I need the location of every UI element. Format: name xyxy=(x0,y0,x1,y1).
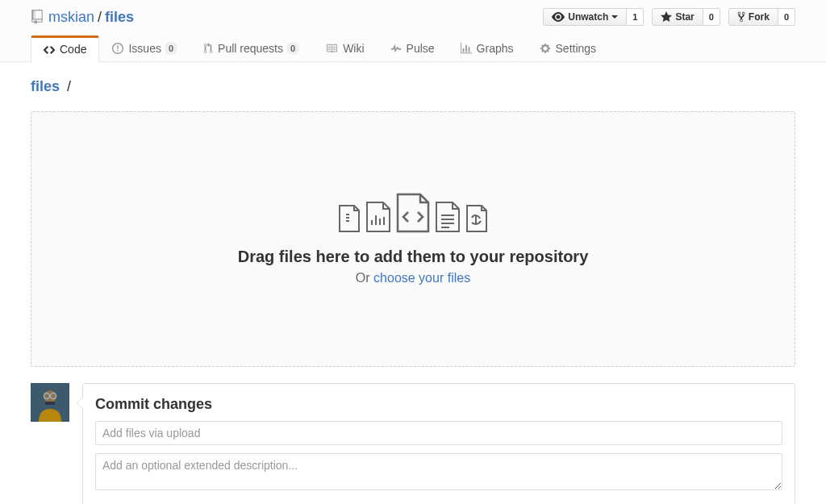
gear-icon xyxy=(540,43,551,54)
file-code-icon xyxy=(396,193,430,233)
commit-summary-input[interactable] xyxy=(95,421,782,445)
fork-button[interactable]: Fork xyxy=(728,8,778,26)
caret-icon xyxy=(611,15,618,19)
tab-issues[interactable]: Issues 0 xyxy=(99,35,190,61)
repo-sep: / xyxy=(98,9,102,26)
breadcrumb-root-link[interactable]: files xyxy=(31,78,60,94)
commit-form: Commit changes xyxy=(82,383,795,504)
repo-title: mskian / files xyxy=(31,9,134,26)
star-icon xyxy=(661,11,672,23)
watchers-count[interactable]: 1 xyxy=(627,8,644,26)
repo-name-link[interactable]: files xyxy=(105,9,134,26)
file-text-icon xyxy=(435,201,461,233)
file-pdf-icon xyxy=(465,204,488,233)
commit-heading: Commit changes xyxy=(95,396,782,413)
star-button[interactable]: Star xyxy=(652,8,703,26)
user-avatar[interactable] xyxy=(31,383,69,422)
issue-icon xyxy=(112,43,123,54)
tab-settings[interactable]: Settings xyxy=(527,35,610,61)
file-chart-icon xyxy=(365,201,391,233)
drop-heading: Drag files here to add them to your repo… xyxy=(48,248,778,266)
file-zip-icon xyxy=(338,204,361,233)
tab-graphs[interactable]: Graphs xyxy=(448,35,527,61)
repo-owner-link[interactable]: mskian xyxy=(48,9,94,26)
unwatch-button[interactable]: Unwatch xyxy=(543,8,627,26)
page-actions: Unwatch 1 Star 0 Fork xyxy=(543,8,795,26)
pull-request-icon xyxy=(203,43,213,54)
issues-counter: 0 xyxy=(165,42,177,55)
stargazers-count[interactable]: 0 xyxy=(703,8,720,26)
breadcrumb: files / xyxy=(31,78,795,95)
breadcrumb-sep: / xyxy=(67,78,71,94)
pulls-counter: 0 xyxy=(286,42,299,55)
eye-icon xyxy=(552,12,565,22)
code-icon xyxy=(44,44,55,55)
tab-code[interactable]: Code xyxy=(31,35,99,62)
tab-wiki[interactable]: Wiki xyxy=(312,35,377,61)
fork-icon xyxy=(737,11,745,23)
upload-icons xyxy=(48,193,778,233)
svg-rect-2 xyxy=(45,402,55,405)
drop-subtext: Or choose your files xyxy=(48,271,778,285)
tab-pulse[interactable]: Pulse xyxy=(378,35,448,61)
file-drop-zone[interactable]: Drag files here to add them to your repo… xyxy=(31,111,795,367)
repo-icon xyxy=(31,10,44,24)
forks-count[interactable]: 0 xyxy=(778,8,795,26)
choose-files-link[interactable]: choose your files xyxy=(373,271,470,285)
pulse-icon xyxy=(390,43,402,54)
graph-icon xyxy=(461,43,472,54)
book-icon xyxy=(325,43,338,54)
repo-tabs: Code Issues 0 Pull requests 0 Wiki Pulse xyxy=(18,35,808,61)
commit-description-textarea[interactable] xyxy=(95,453,782,490)
tab-pull-requests[interactable]: Pull requests 0 xyxy=(190,35,312,61)
